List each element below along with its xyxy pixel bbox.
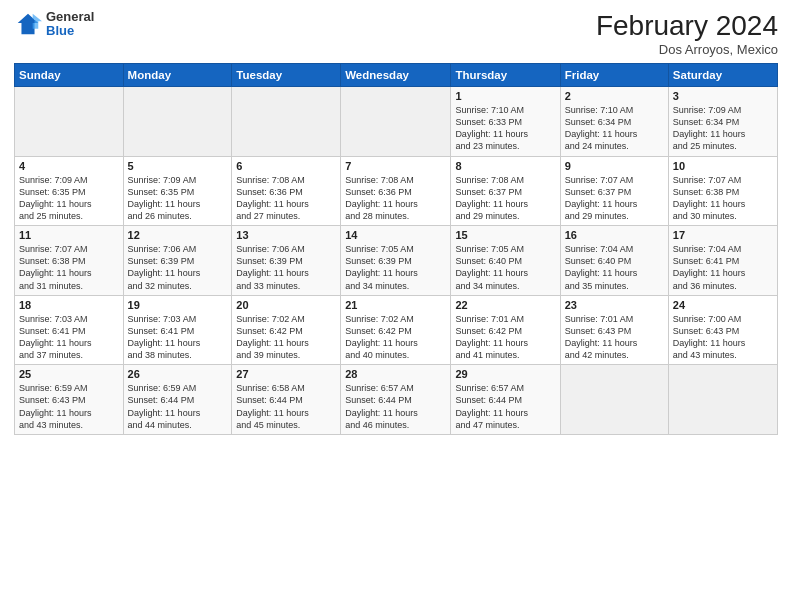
calendar-cell: 26Sunrise: 6:59 AM Sunset: 6:44 PM Dayli…: [123, 365, 232, 435]
calendar-cell: 20Sunrise: 7:02 AM Sunset: 6:42 PM Dayli…: [232, 295, 341, 365]
logo-blue: Blue: [46, 24, 94, 38]
calendar-cell: 29Sunrise: 6:57 AM Sunset: 6:44 PM Dayli…: [451, 365, 560, 435]
header: General Blue February 2024 Dos Arroyos, …: [14, 10, 778, 57]
calendar: SundayMondayTuesdayWednesdayThursdayFrid…: [14, 63, 778, 435]
calendar-header-saturday: Saturday: [668, 64, 777, 87]
day-number: 20: [236, 299, 336, 311]
calendar-cell: [123, 87, 232, 157]
day-number: 6: [236, 160, 336, 172]
day-info: Sunrise: 7:06 AM Sunset: 6:39 PM Dayligh…: [128, 243, 228, 292]
calendar-cell: 13Sunrise: 7:06 AM Sunset: 6:39 PM Dayli…: [232, 226, 341, 296]
day-info: Sunrise: 7:09 AM Sunset: 6:34 PM Dayligh…: [673, 104, 773, 153]
calendar-week-4: 25Sunrise: 6:59 AM Sunset: 6:43 PM Dayli…: [15, 365, 778, 435]
calendar-cell: 14Sunrise: 7:05 AM Sunset: 6:39 PM Dayli…: [341, 226, 451, 296]
day-number: 21: [345, 299, 446, 311]
day-info: Sunrise: 7:07 AM Sunset: 6:37 PM Dayligh…: [565, 174, 664, 223]
calendar-header-thursday: Thursday: [451, 64, 560, 87]
day-number: 3: [673, 90, 773, 102]
day-number: 17: [673, 229, 773, 241]
day-number: 12: [128, 229, 228, 241]
calendar-cell: [341, 87, 451, 157]
logo-text: General Blue: [46, 10, 94, 39]
day-info: Sunrise: 7:09 AM Sunset: 6:35 PM Dayligh…: [128, 174, 228, 223]
calendar-cell: 21Sunrise: 7:02 AM Sunset: 6:42 PM Dayli…: [341, 295, 451, 365]
day-info: Sunrise: 7:03 AM Sunset: 6:41 PM Dayligh…: [128, 313, 228, 362]
day-info: Sunrise: 6:59 AM Sunset: 6:44 PM Dayligh…: [128, 382, 228, 431]
calendar-cell: 24Sunrise: 7:00 AM Sunset: 6:43 PM Dayli…: [668, 295, 777, 365]
day-info: Sunrise: 7:01 AM Sunset: 6:43 PM Dayligh…: [565, 313, 664, 362]
day-number: 28: [345, 368, 446, 380]
day-number: 2: [565, 90, 664, 102]
day-number: 13: [236, 229, 336, 241]
day-number: 11: [19, 229, 119, 241]
calendar-week-3: 18Sunrise: 7:03 AM Sunset: 6:41 PM Dayli…: [15, 295, 778, 365]
calendar-week-0: 1Sunrise: 7:10 AM Sunset: 6:33 PM Daylig…: [15, 87, 778, 157]
calendar-cell: 12Sunrise: 7:06 AM Sunset: 6:39 PM Dayli…: [123, 226, 232, 296]
calendar-cell: 25Sunrise: 6:59 AM Sunset: 6:43 PM Dayli…: [15, 365, 124, 435]
day-number: 5: [128, 160, 228, 172]
day-info: Sunrise: 7:08 AM Sunset: 6:36 PM Dayligh…: [236, 174, 336, 223]
calendar-header-row: SundayMondayTuesdayWednesdayThursdayFrid…: [15, 64, 778, 87]
day-info: Sunrise: 7:02 AM Sunset: 6:42 PM Dayligh…: [236, 313, 336, 362]
day-info: Sunrise: 7:10 AM Sunset: 6:34 PM Dayligh…: [565, 104, 664, 153]
day-number: 23: [565, 299, 664, 311]
day-number: 26: [128, 368, 228, 380]
logo-icon: [14, 10, 42, 38]
calendar-header-monday: Monday: [123, 64, 232, 87]
day-info: Sunrise: 7:03 AM Sunset: 6:41 PM Dayligh…: [19, 313, 119, 362]
calendar-cell: 17Sunrise: 7:04 AM Sunset: 6:41 PM Dayli…: [668, 226, 777, 296]
day-number: 27: [236, 368, 336, 380]
day-info: Sunrise: 6:59 AM Sunset: 6:43 PM Dayligh…: [19, 382, 119, 431]
day-info: Sunrise: 7:04 AM Sunset: 6:40 PM Dayligh…: [565, 243, 664, 292]
calendar-cell: [15, 87, 124, 157]
calendar-cell: 15Sunrise: 7:05 AM Sunset: 6:40 PM Dayli…: [451, 226, 560, 296]
calendar-cell: 7Sunrise: 7:08 AM Sunset: 6:36 PM Daylig…: [341, 156, 451, 226]
day-number: 1: [455, 90, 555, 102]
day-number: 22: [455, 299, 555, 311]
day-info: Sunrise: 7:07 AM Sunset: 6:38 PM Dayligh…: [19, 243, 119, 292]
day-number: 29: [455, 368, 555, 380]
calendar-header-wednesday: Wednesday: [341, 64, 451, 87]
logo-general: General: [46, 10, 94, 24]
calendar-week-2: 11Sunrise: 7:07 AM Sunset: 6:38 PM Dayli…: [15, 226, 778, 296]
day-info: Sunrise: 7:06 AM Sunset: 6:39 PM Dayligh…: [236, 243, 336, 292]
calendar-cell: 4Sunrise: 7:09 AM Sunset: 6:35 PM Daylig…: [15, 156, 124, 226]
calendar-week-1: 4Sunrise: 7:09 AM Sunset: 6:35 PM Daylig…: [15, 156, 778, 226]
day-info: Sunrise: 7:04 AM Sunset: 6:41 PM Dayligh…: [673, 243, 773, 292]
calendar-cell: 1Sunrise: 7:10 AM Sunset: 6:33 PM Daylig…: [451, 87, 560, 157]
month-title: February 2024: [596, 10, 778, 42]
calendar-cell: 5Sunrise: 7:09 AM Sunset: 6:35 PM Daylig…: [123, 156, 232, 226]
calendar-cell: [232, 87, 341, 157]
day-number: 9: [565, 160, 664, 172]
calendar-cell: [560, 365, 668, 435]
calendar-header-sunday: Sunday: [15, 64, 124, 87]
day-info: Sunrise: 7:08 AM Sunset: 6:36 PM Dayligh…: [345, 174, 446, 223]
day-number: 15: [455, 229, 555, 241]
day-number: 24: [673, 299, 773, 311]
day-info: Sunrise: 6:58 AM Sunset: 6:44 PM Dayligh…: [236, 382, 336, 431]
day-number: 10: [673, 160, 773, 172]
day-info: Sunrise: 7:05 AM Sunset: 6:40 PM Dayligh…: [455, 243, 555, 292]
day-info: Sunrise: 7:05 AM Sunset: 6:39 PM Dayligh…: [345, 243, 446, 292]
day-number: 8: [455, 160, 555, 172]
day-info: Sunrise: 7:08 AM Sunset: 6:37 PM Dayligh…: [455, 174, 555, 223]
day-info: Sunrise: 6:57 AM Sunset: 6:44 PM Dayligh…: [345, 382, 446, 431]
calendar-cell: 19Sunrise: 7:03 AM Sunset: 6:41 PM Dayli…: [123, 295, 232, 365]
calendar-header-friday: Friday: [560, 64, 668, 87]
day-info: Sunrise: 7:07 AM Sunset: 6:38 PM Dayligh…: [673, 174, 773, 223]
calendar-cell: 2Sunrise: 7:10 AM Sunset: 6:34 PM Daylig…: [560, 87, 668, 157]
calendar-cell: 11Sunrise: 7:07 AM Sunset: 6:38 PM Dayli…: [15, 226, 124, 296]
day-info: Sunrise: 6:57 AM Sunset: 6:44 PM Dayligh…: [455, 382, 555, 431]
calendar-cell: 23Sunrise: 7:01 AM Sunset: 6:43 PM Dayli…: [560, 295, 668, 365]
location: Dos Arroyos, Mexico: [596, 42, 778, 57]
day-info: Sunrise: 7:09 AM Sunset: 6:35 PM Dayligh…: [19, 174, 119, 223]
day-info: Sunrise: 7:00 AM Sunset: 6:43 PM Dayligh…: [673, 313, 773, 362]
day-number: 25: [19, 368, 119, 380]
calendar-cell: 6Sunrise: 7:08 AM Sunset: 6:36 PM Daylig…: [232, 156, 341, 226]
day-info: Sunrise: 7:01 AM Sunset: 6:42 PM Dayligh…: [455, 313, 555, 362]
calendar-cell: 16Sunrise: 7:04 AM Sunset: 6:40 PM Dayli…: [560, 226, 668, 296]
title-block: February 2024 Dos Arroyos, Mexico: [596, 10, 778, 57]
calendar-cell: 3Sunrise: 7:09 AM Sunset: 6:34 PM Daylig…: [668, 87, 777, 157]
day-number: 4: [19, 160, 119, 172]
day-number: 18: [19, 299, 119, 311]
